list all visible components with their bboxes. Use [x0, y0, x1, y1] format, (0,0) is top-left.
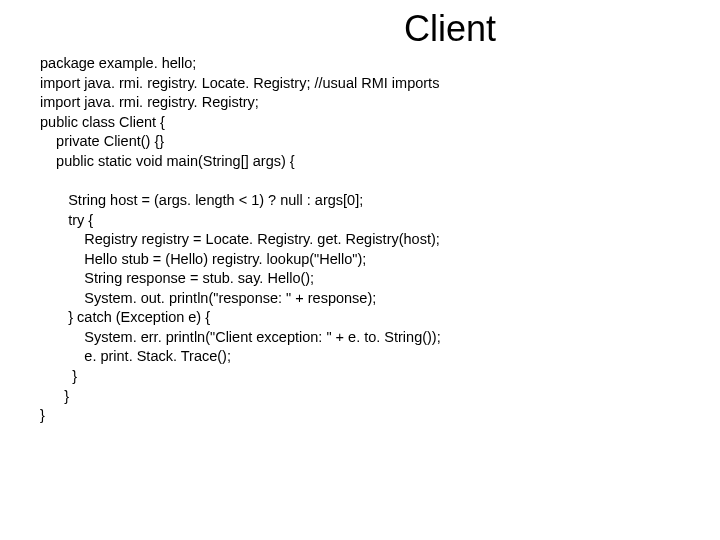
code-line: public static void main(String[] args) { — [40, 153, 295, 169]
code-line: try { — [40, 212, 93, 228]
code-line: e. print. Stack. Trace(); — [40, 348, 231, 364]
code-line: Hello stub = (Hello) registry. lookup("H… — [40, 251, 366, 267]
code-line: String host = (args. length < 1) ? null … — [40, 192, 363, 208]
code-line: package example. hello; — [40, 55, 196, 71]
slide-container: Client package example. hello; import ja… — [0, 0, 720, 540]
code-line: System. out. println("response: " + resp… — [40, 290, 376, 306]
slide-title: Client — [220, 8, 680, 50]
code-line: String response = stub. say. Hello(); — [40, 270, 314, 286]
code-line: Registry registry = Locate. Registry. ge… — [40, 231, 440, 247]
code-line: } — [40, 388, 69, 404]
code-line: System. err. println("Client exception: … — [40, 329, 441, 345]
code-line: import java. rmi. registry. Locate. Regi… — [40, 75, 439, 91]
code-line: private Client() {} — [40, 133, 164, 149]
code-line: } catch (Exception e) { — [40, 309, 210, 325]
code-line: import java. rmi. registry. Registry; — [40, 94, 259, 110]
code-block: package example. hello; import java. rmi… — [40, 54, 680, 426]
code-line: } — [40, 407, 45, 423]
code-line: } — [40, 368, 77, 384]
code-line: public class Client { — [40, 114, 165, 130]
